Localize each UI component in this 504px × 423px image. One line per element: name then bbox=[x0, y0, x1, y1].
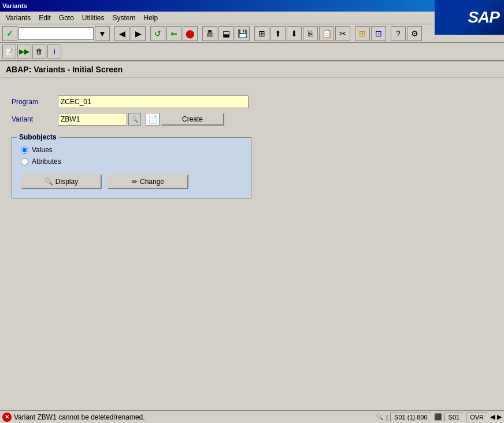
values-radio-row: Values bbox=[21, 146, 242, 154]
check-button[interactable]: ✓ bbox=[2, 26, 17, 41]
title-bar: Variants ─ □ ✕ bbox=[0, 0, 504, 12]
copy-button[interactable]: ⎘ bbox=[303, 26, 318, 41]
create-button[interactable]: Create bbox=[161, 113, 224, 126]
paste-button[interactable]: 📋 bbox=[319, 26, 334, 41]
cut-button[interactable]: ✂ bbox=[335, 26, 350, 41]
check-icon: ✓ bbox=[6, 29, 13, 38]
save-local-icon: ⬓ bbox=[223, 29, 230, 38]
compress-button[interactable]: ⊡ bbox=[371, 26, 386, 41]
nav-forward-button[interactable]: ▶ bbox=[131, 26, 146, 41]
execute-icon: ▶▶ bbox=[19, 47, 29, 56]
execute-button[interactable]: ▶▶ bbox=[17, 45, 31, 58]
nav-back-button[interactable]: ◀ bbox=[114, 26, 129, 41]
paste-icon: 📋 bbox=[322, 29, 332, 38]
download-button[interactable]: ⬇ bbox=[287, 26, 302, 41]
document-icon: 📄 bbox=[148, 115, 158, 124]
attributes-radio[interactable] bbox=[21, 158, 28, 165]
delete-icon: 🗑 bbox=[36, 47, 43, 56]
multisel-button[interactable]: ⊞ bbox=[254, 26, 269, 41]
sap-logo: SAP bbox=[435, 0, 504, 35]
help-icon: ? bbox=[396, 29, 401, 38]
doc-icon: 📄 bbox=[146, 113, 160, 126]
expand-button[interactable]: ⊞ bbox=[355, 26, 370, 41]
menu-edit[interactable]: Edit bbox=[35, 13, 54, 23]
action-toolbar: 📝 ▶▶ 🗑 i bbox=[0, 43, 504, 61]
page-title-bar: ABAP: Variants - Initial Screen bbox=[0, 61, 504, 78]
info-status-icon: 🔍 bbox=[376, 413, 384, 421]
title-text: Variants bbox=[2, 2, 27, 9]
upload-button[interactable]: ⬆ bbox=[270, 26, 286, 41]
menu-goto[interactable]: Goto bbox=[55, 13, 77, 23]
save-icon: 💾 bbox=[238, 29, 247, 38]
refresh-button[interactable]: ↺ bbox=[150, 26, 165, 41]
copy-icon: ⎘ bbox=[308, 29, 313, 38]
stop-button[interactable]: ⬤ bbox=[183, 26, 198, 41]
variant-input[interactable] bbox=[58, 113, 127, 126]
values-label: Values bbox=[32, 146, 53, 154]
info-button[interactable]: i bbox=[47, 45, 61, 58]
program-input[interactable] bbox=[58, 95, 249, 108]
nav-forward-icon: ▶ bbox=[135, 29, 142, 38]
variant-row: Variant 🔍 📄 Create bbox=[12, 113, 492, 126]
subobjects-group: Subobjects Values Attributes 🔍 Display ✏… bbox=[12, 137, 251, 198]
status-bar: ✕ Variant ZBW1 cannot be deleted/renamed… bbox=[0, 410, 504, 423]
error-icon: ✕ bbox=[2, 413, 12, 422]
scroll-right[interactable]: ▶ bbox=[497, 413, 502, 421]
settings-icon: ⚙ bbox=[411, 29, 418, 38]
print-button[interactable]: 🖶 bbox=[202, 26, 217, 41]
change-icon: ✏ bbox=[132, 178, 138, 186]
settings-button[interactable]: ⚙ bbox=[407, 26, 422, 41]
search-icon: 🔍 bbox=[131, 116, 138, 123]
menu-bar: Variants Edit Goto Utilities System Help bbox=[0, 12, 504, 24]
save-button[interactable]: 💾 bbox=[235, 26, 250, 41]
program-label: Program bbox=[12, 98, 58, 106]
command-input[interactable] bbox=[18, 27, 94, 40]
help-button[interactable]: ? bbox=[391, 26, 406, 41]
subobj-buttons: 🔍 Display ✏ Change bbox=[21, 174, 242, 189]
back-button[interactable]: ⇐ bbox=[166, 26, 181, 41]
toolbar: ✓ ▼ ◀ ▶ ↺ ⇐ ⬤ 🖶 ⬓ 💾 ⊞ ⬆ ⬇ ⎘ 📋 ✂ bbox=[0, 24, 504, 43]
cut-icon: ✂ bbox=[339, 29, 346, 38]
variant-label: Variant bbox=[12, 115, 58, 123]
status-text: Variant ZBW1 cannot be deleted/renamed. bbox=[14, 413, 145, 421]
menu-system[interactable]: System bbox=[109, 13, 139, 23]
change-button[interactable]: ✏ Change bbox=[108, 174, 188, 189]
display-button[interactable]: 🔍 Display bbox=[21, 174, 102, 189]
menu-utilities[interactable]: Utilities bbox=[79, 13, 108, 23]
page-title: ABAP: Variants - Initial Screen bbox=[6, 65, 123, 74]
new-button[interactable]: 📝 bbox=[2, 45, 16, 58]
new-icon: 📝 bbox=[6, 49, 13, 55]
values-radio[interactable] bbox=[21, 146, 28, 154]
back-icon: ⇐ bbox=[171, 29, 177, 38]
separator: | bbox=[386, 414, 388, 421]
status-box-icon: ⬛ bbox=[434, 413, 442, 421]
scroll-left[interactable]: ◀ bbox=[490, 413, 495, 421]
stop-icon: ⬤ bbox=[186, 29, 195, 38]
delete-button[interactable]: 🗑 bbox=[32, 45, 46, 58]
attributes-label: Attributes bbox=[32, 157, 61, 165]
compress-icon: ⊡ bbox=[375, 29, 382, 38]
menu-variants[interactable]: Variants bbox=[2, 13, 34, 23]
create-area: 📄 Create bbox=[146, 113, 224, 126]
sap-logo-text: SAP bbox=[468, 8, 499, 27]
info-icon: i bbox=[53, 47, 55, 56]
download-icon: ⬇ bbox=[291, 29, 298, 38]
dropdown-button[interactable]: ▼ bbox=[95, 26, 110, 41]
program-row: Program bbox=[12, 95, 492, 108]
print-icon: 🖶 bbox=[206, 29, 214, 38]
status-message: ✕ Variant ZBW1 cannot be deleted/renamed… bbox=[2, 413, 145, 422]
refresh-icon: ↺ bbox=[154, 29, 161, 38]
multisel-icon: ⊞ bbox=[258, 29, 265, 38]
main-content: Program Variant 🔍 📄 Create Subobjects Va… bbox=[0, 78, 504, 210]
display-icon: 🔍 bbox=[45, 178, 53, 186]
dropdown-icon: ▼ bbox=[98, 29, 106, 38]
save-local-button[interactable]: ⬓ bbox=[218, 26, 234, 41]
variant-search-button[interactable]: 🔍 bbox=[128, 113, 141, 126]
menu-help[interactable]: Help bbox=[140, 13, 162, 23]
attributes-radio-row: Attributes bbox=[21, 157, 242, 165]
session-info: S01 (1) 800 bbox=[390, 413, 431, 422]
status-right: 🔍 | S01 (1) 800 ⬛ S01 OVR ◀ ▶ bbox=[376, 413, 502, 422]
server-name: S01 bbox=[444, 413, 464, 422]
insert-mode: OVR bbox=[466, 413, 488, 422]
upload-icon: ⬆ bbox=[275, 29, 281, 38]
